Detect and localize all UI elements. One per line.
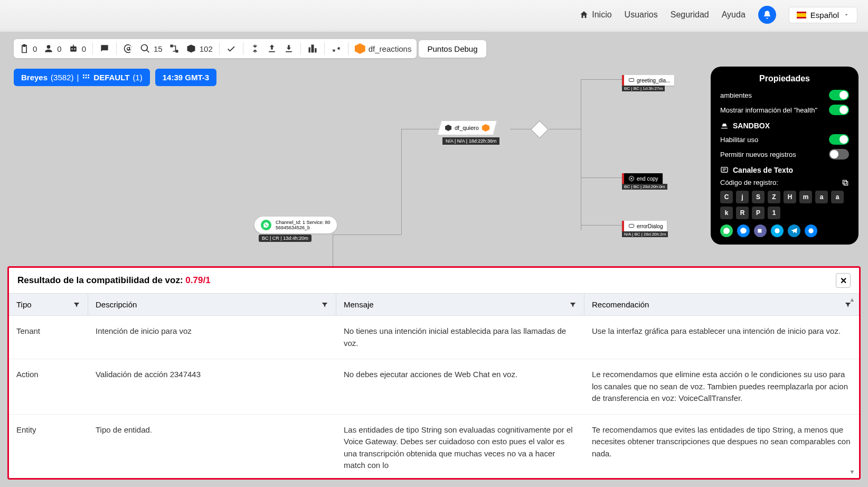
debug-points-button[interactable]: Puntos Debug — [419, 40, 486, 58]
sandbox-icon — [720, 121, 729, 130]
whatsapp-node[interactable]: Channel_Id: 1 Service: 80 56945634526_b — [254, 217, 337, 233]
tool-upload[interactable] — [267, 43, 277, 54]
separator — [116, 42, 117, 55]
col-recomendacion: Recomendación — [584, 294, 859, 315]
nav-help[interactable]: Ayuda — [722, 10, 746, 20]
badge-sep: | — [77, 73, 79, 82]
svg-rect-14 — [629, 224, 634, 228]
voice-compat-result-panel: Resultado de la compatibilidad de voz: 0… — [7, 266, 861, 480]
code-chip: m — [799, 191, 812, 203]
tool-box[interactable]: 102 — [186, 43, 213, 54]
tool-clipboard[interactable]: 0 — [19, 43, 37, 54]
whatsapp-channel-icon[interactable] — [720, 224, 733, 237]
tool-flow[interactable] — [169, 43, 180, 54]
tool-chat[interactable] — [99, 43, 110, 54]
node-label: end copy — [637, 176, 658, 182]
cube-orange-icon — [482, 124, 489, 132]
table-cell: Validación de acción 2347443 — [88, 359, 336, 414]
tool-collapse[interactable] — [331, 43, 342, 54]
node-meta: BC | BC | 1d:3h:27m — [622, 86, 665, 91]
prop-ambientes-label: ambientes — [720, 91, 824, 99]
svg-rect-12 — [629, 79, 634, 82]
table-header: Tipo Descripción Mensaje Recomendación — [9, 293, 859, 316]
table-cell: No tienes una intención inicial establec… — [336, 316, 584, 359]
toggle-health[interactable] — [829, 105, 849, 115]
chat-icon — [628, 223, 635, 229]
filter-icon[interactable] — [569, 301, 577, 308]
clipboard-icon — [19, 43, 30, 54]
tool-city[interactable] — [307, 43, 318, 54]
connector-line — [401, 129, 439, 129]
node-meta: N/A | BC | 28d:20h:2m — [622, 231, 668, 237]
check-icon — [226, 43, 237, 54]
table-cell: Las entidades de tipo String son evaluad… — [336, 415, 584, 479]
skype-channel-icon[interactable] — [771, 224, 784, 237]
flow-node-error[interactable]: errorDialog — [622, 221, 667, 231]
col-tipo: Tipo — [9, 294, 88, 315]
code-chip: a — [831, 191, 844, 203]
toggle-enable[interactable] — [829, 134, 849, 145]
svg-rect-10 — [86, 77, 87, 78]
copy-icon[interactable] — [842, 179, 849, 186]
download-icon — [284, 43, 294, 54]
decision-node[interactable] — [531, 120, 549, 138]
separator — [243, 42, 243, 55]
separator — [300, 42, 301, 55]
nav-users[interactable]: Usuarios — [625, 10, 658, 20]
code-chip: C — [720, 191, 733, 203]
scroll-up-icon[interactable]: ▲ — [850, 296, 855, 303]
code-chip: R — [736, 207, 749, 219]
tool-reaction[interactable]: df_reactions — [355, 43, 412, 54]
language-label: Español — [810, 11, 839, 20]
filter-icon[interactable] — [321, 301, 328, 308]
table-cell: Action — [9, 359, 88, 414]
table-cell: Te recomendamos que evites las entidades… — [584, 415, 859, 479]
close-result-button[interactable]: ✕ — [836, 273, 851, 288]
node-label: greeting_dia... — [637, 78, 670, 83]
language-selector[interactable]: Español — [789, 7, 857, 23]
context-badges: Breyes (3582) | DEFAULT (1) 14:39 GMT-3 — [14, 69, 216, 86]
code-chip: j — [736, 191, 749, 203]
box-count: 102 — [200, 44, 213, 53]
collapse-icon — [331, 43, 342, 54]
notifications-button[interactable] — [758, 6, 776, 24]
tool-check[interactable] — [226, 43, 237, 54]
svg-rect-4 — [170, 45, 173, 48]
svg-rect-6 — [83, 74, 84, 76]
nav-home-label: Inicio — [592, 10, 611, 20]
close-circle-icon — [628, 175, 635, 182]
filter-icon[interactable] — [73, 301, 80, 308]
toggle-allow-new[interactable] — [829, 149, 849, 160]
table-cell: Use la interfaz gráfica para establecer … — [584, 316, 859, 359]
table-cell: Intención de inicio para voz — [88, 316, 336, 359]
prop-allow-new-label: Permitir nuevos registros — [720, 151, 824, 158]
wa-node-meta: BC | CR | 13d:4h:20m — [259, 235, 312, 242]
user-badge[interactable]: Breyes (3582) | DEFAULT (1) — [14, 69, 150, 86]
user-badge-name: Breyes — [21, 73, 48, 82]
toggle-ambientes[interactable] — [829, 90, 849, 100]
connector-line — [401, 129, 402, 235]
time-badge: 14:39 GMT-3 — [155, 69, 216, 86]
bell-icon — [762, 10, 772, 20]
tool-route[interactable] — [250, 43, 260, 54]
tool-search[interactable]: 15 — [140, 43, 163, 54]
tool-bot[interactable]: 0 — [68, 43, 86, 54]
teams-channel-icon[interactable] — [754, 224, 767, 237]
messenger-channel-icon[interactable] — [737, 224, 750, 237]
box-icon — [186, 43, 196, 54]
tool-download[interactable] — [284, 43, 294, 54]
code-chip: Z — [768, 191, 780, 203]
svg-rect-11 — [88, 77, 90, 78]
messenger2-channel-icon[interactable] — [805, 224, 817, 237]
scroll-down-icon[interactable]: ▼ — [850, 469, 855, 475]
flow-node-end-copy[interactable]: end copy — [622, 173, 663, 184]
telegram-channel-icon[interactable] — [788, 224, 800, 237]
bot-count: 0 — [82, 44, 86, 53]
home-icon — [579, 10, 589, 20]
tool-at[interactable] — [123, 43, 134, 54]
tool-user[interactable]: 0 — [43, 43, 61, 54]
nav-home[interactable]: Inicio — [579, 10, 611, 20]
nav-security[interactable]: Seguridad — [671, 10, 709, 20]
flow-node-greeting[interactable]: greeting_dia... — [622, 75, 674, 86]
flow-node-df-quiero[interactable]: df_quiero — [437, 120, 497, 135]
